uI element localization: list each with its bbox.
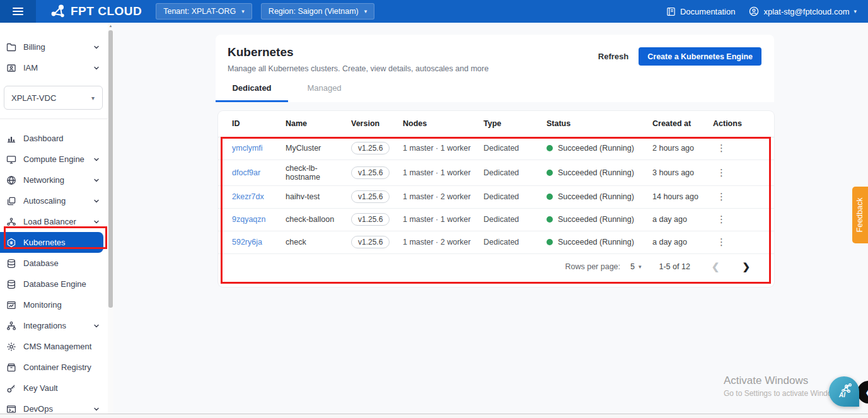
sidebar-item-compute-engine[interactable]: Compute Engine bbox=[0, 149, 108, 170]
chevron-down-icon bbox=[93, 156, 100, 163]
hamburger-menu-icon[interactable] bbox=[0, 0, 36, 23]
status-dot-icon bbox=[547, 194, 553, 200]
sidebar-item-cms-management[interactable]: CMS Management bbox=[0, 336, 108, 357]
region-dropdown[interactable]: Region: Saigon (Vietnam) ▾ bbox=[261, 3, 374, 20]
column-header-status: Status bbox=[547, 111, 652, 137]
rows-per-page-select[interactable]: 5 ▾ bbox=[630, 262, 641, 271]
cluster-id-link[interactable]: dfocf9ar bbox=[232, 168, 260, 177]
kebab-menu-icon[interactable]: ⋮ bbox=[713, 191, 730, 202]
cluster-nodes: 1 master · 2 worker bbox=[403, 185, 483, 208]
sidebar-item-integrations[interactable]: Integrations bbox=[0, 315, 108, 336]
sidebar-item-label: Database bbox=[23, 258, 101, 268]
cluster-name: MyCluster bbox=[286, 137, 351, 160]
sidebar-item-container-registry[interactable]: Container Registry bbox=[0, 357, 108, 378]
cluster-name: haihv-test bbox=[286, 185, 351, 208]
table-row[interactable]: dfocf9archeck-lb-hostnamev1.25.61 master… bbox=[218, 160, 774, 185]
column-header-id: ID bbox=[218, 111, 286, 137]
rows-per-page-label: Rows per page: bbox=[565, 262, 620, 271]
table-body: ymclymfiMyClusterv1.25.61 master · 1 wor… bbox=[218, 137, 774, 253]
database-engine-icon bbox=[6, 279, 16, 289]
tenant-label: Tenant: XPLAT-ORG bbox=[163, 7, 236, 16]
sidebar-item-label: Compute Engine bbox=[23, 154, 86, 164]
kebab-menu-icon[interactable]: ⋮ bbox=[713, 214, 730, 224]
topbar: FPT CLOUD Tenant: XPLAT-ORG ▾ Region: Sa… bbox=[0, 0, 868, 23]
status-text: Succeeded (Running) bbox=[558, 168, 634, 177]
sidebar-items: DashboardCompute EngineNetworkingAutosca… bbox=[0, 128, 108, 418]
sidebar-item-database[interactable]: Database bbox=[0, 253, 108, 274]
kebab-menu-icon[interactable]: ⋮ bbox=[713, 236, 730, 247]
sidebar-item-kubernetes[interactable]: Kubernetes bbox=[0, 232, 103, 253]
feedback-label: Feedback bbox=[856, 198, 865, 233]
sidebar-item-monitoring[interactable]: Monitoring bbox=[0, 294, 108, 315]
table-row[interactable]: 2kezr7dxhaihv-testv1.25.61 master · 2 wo… bbox=[218, 185, 774, 208]
sidebar-item-label: Key Vault bbox=[23, 383, 101, 393]
chevron-down-icon bbox=[93, 323, 100, 329]
tab-dedicated[interactable]: Dedicated bbox=[216, 83, 288, 102]
created-at: a day ago bbox=[652, 231, 713, 253]
database-icon bbox=[6, 258, 16, 269]
column-header-name: Name bbox=[286, 111, 351, 137]
sidebar-item-networking[interactable]: Networking bbox=[0, 170, 108, 190]
sidebar-item-label: Billing bbox=[23, 42, 86, 52]
cluster-id-link[interactable]: ymclymfi bbox=[232, 144, 263, 153]
sidebar-item-database-engine[interactable]: Database Engine bbox=[0, 274, 108, 294]
kebab-menu-icon[interactable]: ⋮ bbox=[713, 142, 730, 153]
table-row[interactable]: 592ry6jacheckv1.25.61 master · 2 workerD… bbox=[218, 231, 774, 253]
sidebar-item-label: DevOps bbox=[23, 404, 86, 414]
sidebar-item-label: Networking bbox=[23, 175, 86, 185]
sidebar-item-load-balancer[interactable]: Load Balancer bbox=[0, 211, 108, 232]
vdc-selector[interactable]: XPLAT-VDC ▾ bbox=[4, 86, 103, 110]
chevron-down-icon bbox=[93, 65, 100, 71]
cluster-type: Dedicated bbox=[483, 185, 547, 208]
create-kubernetes-engine-button[interactable]: Create a Kubernetes Engine bbox=[639, 47, 761, 66]
cluster-id-link[interactable]: 592ry6ja bbox=[232, 238, 262, 247]
status-dot-icon bbox=[547, 145, 553, 151]
sidebar-scrollbar[interactable]: ▲ ▼ bbox=[108, 23, 113, 418]
status-text: Succeeded (Running) bbox=[558, 192, 634, 201]
sidebar-item-label: Monitoring bbox=[23, 300, 101, 310]
sidebar-item-autoscaling[interactable]: Autoscaling bbox=[0, 190, 108, 211]
column-header-version: Version bbox=[351, 111, 403, 137]
sidebar-item-label: Container Registry bbox=[23, 363, 101, 372]
chevron-down-icon: ▾ bbox=[91, 95, 95, 102]
page-title: Kubernetes bbox=[228, 45, 489, 59]
column-header-nodes: Nodes bbox=[403, 111, 483, 137]
status-text: Succeeded (Running) bbox=[558, 144, 634, 153]
created-at: 2 hours ago bbox=[652, 137, 713, 160]
sidebar: BillingIAM XPLAT-VDC ▾ DashboardCompute … bbox=[0, 23, 113, 418]
chevron-left-icon[interactable]: ❮ bbox=[712, 261, 720, 272]
status-dot-icon bbox=[547, 239, 553, 245]
tab-managed[interactable]: Managed bbox=[288, 83, 361, 102]
scroll-up-icon[interactable]: ▲ bbox=[108, 23, 113, 29]
page-header-card: Kubernetes Manage all Kubernetes cluster… bbox=[216, 35, 774, 102]
cluster-name: check-lb-hostname bbox=[286, 160, 351, 185]
ai-assistant-bubble[interactable]: AI bbox=[829, 376, 859, 407]
feedback-tab[interactable]: Feedback bbox=[852, 187, 868, 243]
sidebar-item-billing[interactable]: Billing bbox=[0, 37, 108, 57]
sidebar-item-label: Autoscaling bbox=[23, 196, 86, 206]
sidebar-top-groups: BillingIAM bbox=[0, 37, 108, 78]
clusters-table: IDNameVersionNodesTypeStatusCreated atAc… bbox=[218, 111, 774, 254]
documentation-link[interactable]: Documentation bbox=[666, 7, 735, 16]
fpt-cloud-logo: FPT CLOUD bbox=[50, 4, 142, 19]
cluster-type: Dedicated bbox=[483, 231, 547, 253]
sidebar-item-iam[interactable]: IAM bbox=[0, 57, 108, 78]
cluster-id-link[interactable]: 2kezr7dx bbox=[232, 192, 264, 201]
kebab-menu-icon[interactable]: ⋮ bbox=[713, 167, 730, 178]
sidebar-item-dashboard[interactable]: Dashboard bbox=[0, 128, 108, 149]
cms-management-icon bbox=[6, 341, 16, 352]
chevron-right-icon[interactable]: ❯ bbox=[742, 261, 750, 272]
chevron-down-icon bbox=[93, 219, 100, 225]
refresh-button[interactable]: Refresh bbox=[598, 52, 628, 61]
tenant-dropdown[interactable]: Tenant: XPLAT-ORG ▾ bbox=[156, 3, 252, 20]
user-circle-icon bbox=[749, 6, 759, 16]
scrollbar-thumb[interactable] bbox=[108, 30, 113, 308]
cluster-nodes: 1 master · 2 worker bbox=[403, 231, 483, 253]
table-row[interactable]: 9zqyaqzncheck-balloonv1.25.61 master · 1… bbox=[218, 208, 774, 231]
cluster-id-link[interactable]: 9zqyaqzn bbox=[232, 215, 266, 224]
table-row[interactable]: ymclymfiMyClusterv1.25.61 master · 1 wor… bbox=[218, 137, 774, 160]
sidebar-item-key-vault[interactable]: Key Vault bbox=[0, 378, 108, 398]
page-subtitle: Manage all Kubernetes clusters. Create, … bbox=[228, 64, 489, 73]
user-menu[interactable]: xplat-stg@fptcloud.com ▾ bbox=[749, 6, 857, 16]
cluster-type: Dedicated bbox=[483, 137, 547, 160]
